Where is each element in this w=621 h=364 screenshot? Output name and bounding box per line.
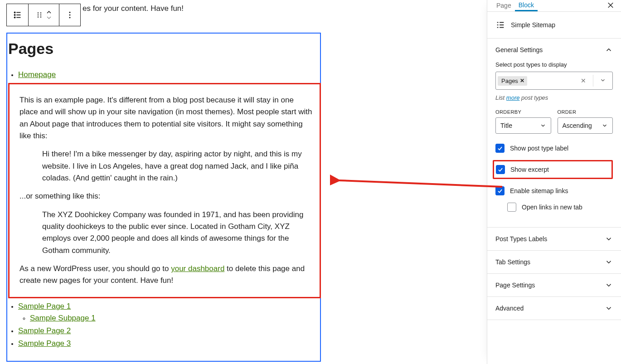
svg-point-12 — [69, 12, 71, 13]
list-item: Sample Page 3 — [18, 339, 319, 348]
chevron-down-icon — [605, 235, 613, 243]
checkbox-enable-links[interactable] — [495, 186, 505, 195]
sitemap-heading: Pages — [8, 40, 319, 58]
preceding-paragraph-tail: es for your content. Have fun! — [82, 4, 184, 13]
checkbox-new-tab[interactable] — [507, 203, 516, 212]
chevron-up-icon — [605, 46, 613, 54]
sitemap-list: Homepage This is an example page. It's d… — [8, 70, 319, 348]
list-item: Sample Subpage 1 — [30, 314, 319, 323]
excerpt-quote: The XYZ Doohickey Company was founded in… — [42, 209, 314, 257]
sidebar-tabs: Page Block — [487, 0, 621, 12]
dashboard-link[interactable]: your dashboard — [171, 264, 224, 273]
sitemap-link-sample1[interactable]: Sample Page 1 — [18, 302, 71, 311]
excerpt-paragraph: ...or something like this: — [19, 190, 314, 202]
tab-block[interactable]: Block — [515, 0, 538, 11]
orderby-select[interactable]: Title — [495, 117, 551, 134]
svg-point-11 — [40, 16, 41, 17]
panel-general-settings: General Settings Select post types to di… — [487, 39, 621, 228]
close-sidebar-button[interactable] — [606, 1, 615, 10]
chevron-down-icon — [605, 281, 613, 289]
remove-token-button[interactable]: ✕ — [520, 78, 524, 84]
block-options-button[interactable] — [59, 4, 80, 26]
order-select[interactable]: Ascending — [558, 117, 613, 134]
clear-tokens-button[interactable]: ✕ — [576, 77, 591, 84]
chevron-down-icon — [605, 258, 613, 266]
block-name-label: Simple Sitemap — [511, 21, 555, 29]
panel-advanced: Advanced — [487, 297, 621, 320]
list-item: Sample Page 1 Sample Subpage 1 — [18, 302, 319, 323]
kebab-icon — [65, 10, 74, 19]
post-type-token: Pages ✕ — [498, 76, 527, 86]
svg-point-2 — [14, 15, 15, 15]
block-card: Simple Sitemap — [487, 12, 621, 39]
chevron-down-icon — [602, 122, 608, 129]
chevron-down-icon — [605, 304, 613, 312]
svg-point-4 — [14, 17, 15, 18]
panel-tab-settings: Tab Settings — [487, 251, 621, 274]
list-more-link[interactable]: more — [506, 94, 520, 101]
list-icon — [13, 10, 23, 20]
sitemap-icon — [495, 20, 505, 30]
panel-post-types-labels: Post Types Labels — [487, 228, 621, 251]
svg-point-6 — [37, 12, 38, 13]
drag-handle-icon[interactable] — [35, 11, 44, 19]
svg-point-10 — [37, 16, 38, 17]
excerpt-paragraph: This is an example page. It's different … — [19, 94, 314, 142]
panel-toggle-tab-settings[interactable]: Tab Settings — [487, 251, 621, 273]
settings-sidebar: Page Block Simple Sitemap General Settin… — [487, 0, 621, 364]
panel-toggle-post-types-labels[interactable]: Post Types Labels — [487, 228, 621, 250]
sitemap-link-homepage[interactable]: Homepage — [18, 70, 56, 79]
svg-point-8 — [37, 15, 38, 15]
svg-point-9 — [40, 15, 41, 15]
panel-page-settings: Page Settings — [487, 274, 621, 297]
sitemap-link-sample3[interactable]: Sample Page 3 — [18, 339, 71, 348]
toggle-open-new-tab: Open links in new tab — [507, 203, 613, 212]
sitemap-link-sample2[interactable]: Sample Page 2 — [18, 326, 71, 335]
orderby-label: ORDERBY — [495, 109, 551, 115]
list-more-hint: List more post types — [495, 94, 613, 101]
editor-canvas: es for your content. Have fun! Pages Hom… — [6, 0, 487, 364]
sitemap-link-subpage1[interactable]: Sample Subpage 1 — [30, 314, 96, 322]
toggle-show-excerpt: Show excerpt — [493, 160, 613, 179]
open-dropdown-button[interactable] — [595, 77, 611, 85]
panel-toggle-advanced[interactable]: Advanced — [487, 297, 621, 320]
toggle-enable-links: Enable sitemap links — [495, 186, 613, 195]
panel-toggle-general[interactable]: General Settings — [487, 39, 621, 61]
simple-sitemap-block[interactable]: Pages Homepage This is an example page. … — [6, 33, 321, 362]
excerpt-highlight: This is an example page. It's different … — [8, 83, 321, 298]
svg-point-7 — [40, 12, 41, 13]
move-down-button[interactable] — [45, 15, 53, 20]
checkbox-show-excerpt[interactable] — [496, 165, 505, 174]
svg-point-14 — [69, 17, 71, 18]
move-up-button[interactable] — [45, 10, 53, 15]
list-item: Homepage This is an example page. It's d… — [18, 70, 319, 298]
annotation-arrow — [330, 171, 511, 194]
post-types-select[interactable]: Pages ✕ ✕ — [495, 72, 613, 90]
excerpt-quote: Hi there! I'm a bike messenger by day, a… — [42, 148, 314, 184]
checkbox-show-label[interactable] — [495, 144, 505, 153]
excerpt-paragraph: As a new WordPress user, you should go t… — [19, 263, 314, 287]
svg-point-0 — [14, 12, 15, 13]
tab-page[interactable]: Page — [493, 0, 515, 11]
chevron-down-icon — [540, 122, 546, 129]
post-types-label: Select post types to display — [495, 61, 613, 68]
svg-line-15 — [339, 180, 502, 187]
toggle-show-post-type-label: Show post type label — [495, 144, 613, 153]
block-toolbar — [6, 4, 81, 26]
order-label: ORDER — [558, 109, 613, 115]
list-item: Sample Page 2 — [18, 326, 319, 335]
block-type-button[interactable] — [7, 4, 29, 26]
svg-point-13 — [69, 15, 71, 16]
panel-toggle-page-settings[interactable]: Page Settings — [487, 274, 621, 296]
